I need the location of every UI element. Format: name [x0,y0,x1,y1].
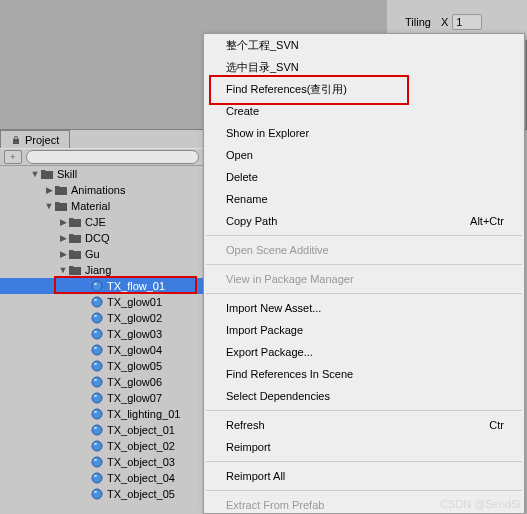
menu-item-label: 选中目录_SVN [226,60,299,75]
tree-item-label: TX_glow06 [107,376,162,388]
tree-item-label: TX_object_02 [107,440,175,452]
svg-point-24 [92,473,102,483]
material-icon [90,328,104,340]
tree-row[interactable]: Material [0,198,203,214]
search-row: + [0,148,203,166]
svg-point-12 [92,377,102,387]
menu-separator [206,293,522,294]
svg-point-6 [92,329,102,339]
menu-item-label: Import New Asset... [226,302,321,314]
svg-point-2 [92,297,102,307]
menu-item[interactable]: Import New Asset... [204,297,524,319]
svg-point-9 [94,347,97,349]
svg-point-25 [94,475,97,477]
tree-row[interactable]: TX_object_04 [0,470,203,486]
folder-icon [68,216,82,228]
svg-point-15 [94,395,97,397]
tree-row[interactable]: TX_glow05 [0,358,203,374]
menu-item-label: Export Package... [226,346,313,358]
menu-item[interactable]: Rename [204,188,524,210]
menu-item[interactable]: Open [204,144,524,166]
menu-item[interactable]: Find References In Scene [204,363,524,385]
tree-item-label: Material [71,200,110,212]
menu-item[interactable]: 选中目录_SVN [204,56,524,78]
menu-item[interactable]: Reimport All [204,465,524,487]
material-icon [90,472,104,484]
menu-item[interactable]: 整个工程_SVN [204,34,524,56]
expand-arrow-icon[interactable] [58,217,68,227]
search-input[interactable] [26,150,199,164]
tree-row[interactable]: Gu [0,246,203,262]
context-menu[interactable]: 整个工程_SVN选中目录_SVNFind References(查引用)Crea… [203,33,525,514]
tree-row[interactable]: Animations [0,182,203,198]
svg-point-11 [94,363,97,365]
tree-row[interactable]: TX_object_03 [0,454,203,470]
svg-point-18 [92,425,102,435]
x-label: X [441,16,448,28]
tree-row[interactable]: TX_glow03 [0,326,203,342]
tree-row[interactable]: Jiang [0,262,203,278]
menu-separator [206,461,522,462]
svg-point-17 [94,411,97,413]
expand-arrow-icon[interactable] [58,233,68,243]
create-dropdown-button[interactable]: + [4,150,22,164]
svg-point-13 [94,379,97,381]
menu-item: Open Scene Additive [204,239,524,261]
tree-row[interactable]: DCQ [0,230,203,246]
project-panel: Project + SkillAnimationsMaterialCJEDCQG… [0,130,203,514]
menu-item: View in Package Manager [204,268,524,290]
tree-row[interactable]: TX_object_02 [0,438,203,454]
expand-arrow-icon[interactable] [44,185,54,195]
lock-icon [11,135,21,145]
project-tab[interactable]: Project [0,130,70,148]
expand-arrow-icon[interactable] [44,201,54,211]
menu-item-label: Open [226,149,253,161]
tree-row[interactable]: TX_glow06 [0,374,203,390]
menu-item[interactable]: Export Package... [204,341,524,363]
expand-arrow-icon[interactable] [58,265,68,275]
menu-item[interactable]: Copy PathAlt+Ctr [204,210,524,232]
tree-item-label: TX_lighting_01 [107,408,180,420]
tree-row[interactable]: TX_flow_01 [0,278,203,294]
expand-arrow-icon[interactable] [30,169,40,179]
expand-arrow-icon[interactable] [58,249,68,259]
tree-row[interactable]: TX_glow04 [0,342,203,358]
menu-item-label: Open Scene Additive [226,244,329,256]
tree-item-label: TX_flow_01 [107,280,165,292]
material-icon [90,440,104,452]
tree-row[interactable]: TX_glow07 [0,390,203,406]
tree-row[interactable]: Skill [0,166,203,182]
project-tab-label: Project [25,134,59,146]
tree-row[interactable]: TX_lighting_01 [0,406,203,422]
tree-row[interactable]: TX_object_05 [0,486,203,502]
svg-point-5 [94,315,97,317]
menu-item-label: 整个工程_SVN [226,38,299,53]
tree-row[interactable]: CJE [0,214,203,230]
menu-item[interactable]: Reimport [204,436,524,458]
tree-item-label: Skill [57,168,77,180]
tree-row[interactable]: TX_object_01 [0,422,203,438]
svg-point-3 [94,299,97,301]
menu-item[interactable]: Select Dependencies [204,385,524,407]
svg-point-16 [92,409,102,419]
menu-item-label: Create [226,105,259,117]
menu-item-shortcut: Ctr [489,419,504,431]
tree-row[interactable]: TX_glow02 [0,310,203,326]
tree-row[interactable]: TX_glow01 [0,294,203,310]
menu-item[interactable]: Find References(查引用) [204,78,524,100]
project-tree[interactable]: SkillAnimationsMaterialCJEDCQGuJiangTX_f… [0,166,203,514]
tree-item-label: Gu [85,248,100,260]
menu-item[interactable]: Import Package [204,319,524,341]
material-icon [90,344,104,356]
svg-point-21 [94,443,97,445]
menu-item[interactable]: Delete [204,166,524,188]
material-icon [90,424,104,436]
svg-point-23 [94,459,97,461]
menu-item-shortcut: Alt+Ctr [470,215,504,227]
menu-item[interactable]: Show in Explorer [204,122,524,144]
menu-item[interactable]: RefreshCtr [204,414,524,436]
folder-icon [68,248,82,260]
material-icon [90,312,104,324]
tiling-x-input[interactable] [452,14,482,30]
menu-item[interactable]: Create [204,100,524,122]
